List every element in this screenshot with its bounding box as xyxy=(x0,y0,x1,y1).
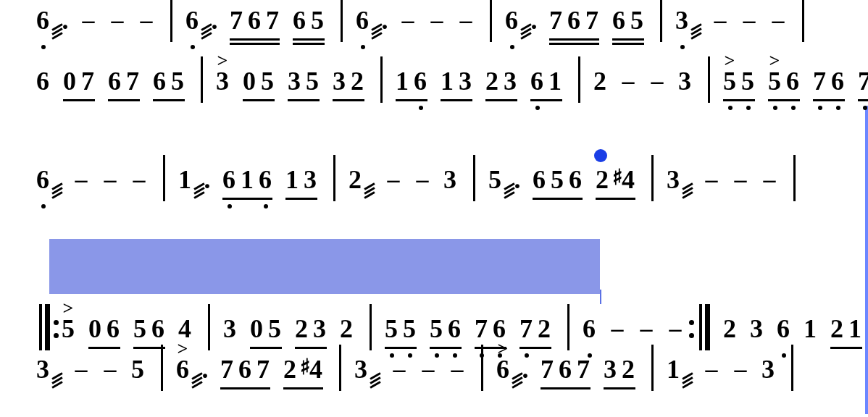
note[interactable]: 6 xyxy=(175,352,191,387)
dash-rest[interactable]: – xyxy=(731,162,750,197)
note[interactable]: 7 xyxy=(219,352,235,387)
note[interactable]: 5 xyxy=(629,3,646,38)
dash-rest[interactable]: – xyxy=(108,3,127,38)
note[interactable]: 5 xyxy=(428,311,445,346)
dash-rest[interactable]: – xyxy=(702,162,721,197)
note[interactable]: 6 xyxy=(35,3,51,38)
beamed-group[interactable]: 05 xyxy=(241,64,276,99)
dash-rest[interactable]: – xyxy=(702,352,721,387)
note[interactable]: 7 xyxy=(518,311,535,346)
beamed-group[interactable]: 21 xyxy=(829,311,864,347)
note[interactable]: 5 xyxy=(259,64,276,98)
note[interactable]: 2 xyxy=(620,352,637,387)
beamed-group[interactable]: 656 xyxy=(531,162,584,198)
note[interactable]: 6 xyxy=(237,352,254,387)
beamed-group[interactable]: 56 xyxy=(132,311,167,347)
note[interactable]: 5 xyxy=(401,311,418,346)
note[interactable]: 1 xyxy=(547,64,564,98)
note[interactable]: 4 xyxy=(620,162,637,197)
dash-rest[interactable]: – xyxy=(419,352,438,387)
note[interactable]: 5 xyxy=(170,64,186,98)
note[interactable]: 7 xyxy=(811,64,828,98)
dash-rest[interactable]: – xyxy=(413,162,432,197)
note[interactable]: 6 xyxy=(566,3,583,38)
note[interactable]: 5 xyxy=(267,311,283,346)
dash-rest[interactable]: – xyxy=(390,352,409,387)
beamed-group[interactable]: 616 xyxy=(221,162,274,198)
beamed-group[interactable]: 767 xyxy=(548,3,601,38)
dash-rest[interactable]: – xyxy=(666,311,685,346)
note[interactable]: 7 xyxy=(125,64,141,98)
beamed-group[interactable]: 23 xyxy=(484,64,519,99)
note[interactable]: 6 xyxy=(504,3,520,38)
note[interactable]: 4 xyxy=(308,352,325,387)
note[interactable]: 1 xyxy=(284,162,301,197)
note[interactable]: 5 xyxy=(60,311,77,346)
beamed-group[interactable]: 32 xyxy=(602,352,637,387)
note[interactable]: 6 xyxy=(557,352,574,387)
note[interactable]: 6 xyxy=(529,64,546,98)
beamed-group[interactable]: 56 xyxy=(428,311,463,347)
dash-rest[interactable]: – xyxy=(608,311,627,346)
note[interactable]: 0 xyxy=(62,64,78,98)
beamed-group[interactable]: 35 xyxy=(286,64,321,99)
note[interactable]: 5 xyxy=(304,64,321,98)
note[interactable]: 3 xyxy=(331,64,348,98)
note[interactable]: 2 xyxy=(829,311,846,346)
dash-rest[interactable]: – xyxy=(101,352,120,387)
note[interactable]: 5 xyxy=(309,3,326,38)
beamed-group[interactable]: 72 xyxy=(856,64,868,99)
dash-rest[interactable]: – xyxy=(130,162,149,197)
note[interactable]: 6 xyxy=(221,162,238,197)
note[interactable]: 3 xyxy=(760,352,777,387)
note[interactable]: 2 xyxy=(349,64,366,98)
dash-rest[interactable]: – xyxy=(79,3,98,38)
note[interactable]: 3 xyxy=(35,352,51,387)
note[interactable]: 5 xyxy=(487,162,504,197)
note[interactable]: 7 xyxy=(575,352,592,387)
note[interactable]: 2 xyxy=(722,311,738,346)
note[interactable]: 6 xyxy=(291,3,308,38)
beamed-group[interactable]: 767 xyxy=(228,3,281,38)
note[interactable]: 2 xyxy=(293,311,310,346)
dash-rest[interactable]: – xyxy=(456,3,475,38)
note[interactable]: 5 xyxy=(767,64,783,98)
note[interactable]: 1 xyxy=(239,162,256,197)
beamed-group[interactable]: 65 xyxy=(291,3,326,38)
note[interactable]: 7 xyxy=(584,3,601,38)
beamed-group[interactable]: 07 xyxy=(62,64,96,99)
beamed-group[interactable]: 13 xyxy=(284,162,319,198)
dash-rest[interactable]: – xyxy=(760,162,779,197)
beamed-group[interactable]: 13 xyxy=(439,64,474,99)
note[interactable]: 3 xyxy=(748,311,765,346)
note[interactable]: 2 xyxy=(536,311,553,346)
beamed-group[interactable]: 55 xyxy=(722,64,756,99)
note[interactable]: 6 xyxy=(611,3,627,38)
beamed-group[interactable]: 56 xyxy=(767,64,801,99)
beamed-group[interactable]: 76 xyxy=(811,64,846,99)
note[interactable]: 3 xyxy=(353,352,370,387)
note[interactable]: 3 xyxy=(665,162,682,197)
note[interactable]: 0 xyxy=(241,64,258,98)
note[interactable]: 2 xyxy=(594,162,611,197)
dash-rest[interactable]: – xyxy=(731,352,750,387)
note[interactable]: 6 xyxy=(446,311,463,346)
note[interactable]: 6 xyxy=(107,64,123,98)
note[interactable]: 6 xyxy=(151,64,168,98)
note[interactable]: 3 xyxy=(602,352,619,387)
note[interactable]: 7 xyxy=(255,352,272,387)
note[interactable]: 6 xyxy=(495,352,512,387)
note[interactable]: 0 xyxy=(249,311,265,346)
dash-rest[interactable]: – xyxy=(619,64,638,98)
note[interactable]: 6 xyxy=(412,64,429,98)
note[interactable]: 6 xyxy=(354,3,371,38)
beamed-group[interactable]: 55 xyxy=(383,311,418,347)
note[interactable]: 7 xyxy=(548,3,564,38)
beamed-group[interactable]: 06 xyxy=(87,311,122,347)
note[interactable]: 2 xyxy=(338,311,355,346)
dash-rest[interactable]: – xyxy=(448,352,467,387)
note[interactable]: 1 xyxy=(394,64,411,98)
note[interactable]: 6 xyxy=(150,311,167,346)
note[interactable]: 2 xyxy=(282,352,299,387)
note[interactable]: 6 xyxy=(581,311,598,346)
